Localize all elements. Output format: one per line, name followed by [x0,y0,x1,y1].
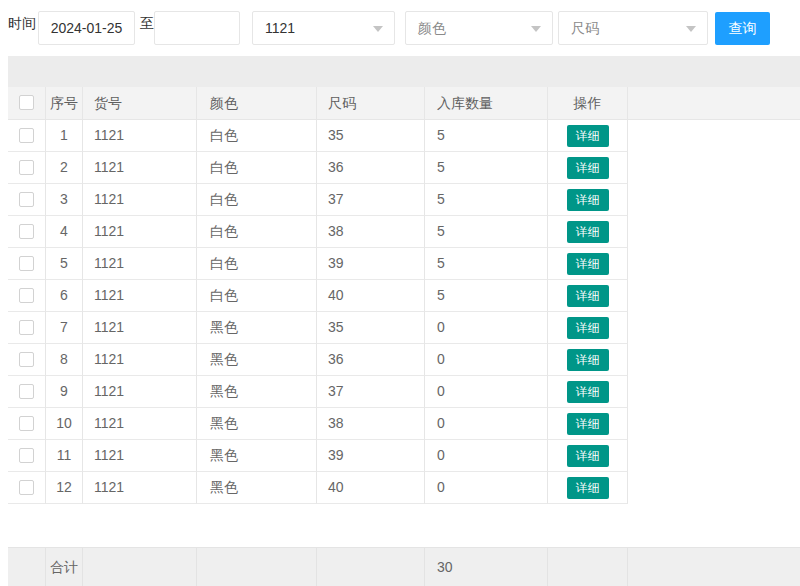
table-row: 1 1121 白色 35 5 详细 [8,120,800,152]
row-item-no: 1121 [83,312,197,344]
header-filler [628,87,800,119]
detail-button[interactable]: 详细 [567,285,609,307]
toolbar-band [8,56,800,87]
row-size: 38 [317,216,425,248]
row-item-no: 1121 [83,280,197,312]
row-color: 白色 [197,152,317,184]
row-color: 黑色 [197,408,317,440]
row-index: 6 [46,280,83,312]
date-from-input[interactable] [38,11,135,45]
column-header-color: 颜色 [197,87,317,119]
row-size: 38 [317,408,425,440]
row-size: 40 [317,280,425,312]
row-color: 黑色 [197,312,317,344]
row-qty: 0 [425,344,548,376]
row-index: 5 [46,248,83,280]
query-button[interactable]: 查询 [715,12,770,45]
row-size: 40 [317,472,425,504]
size-select[interactable]: 尺码 [558,11,708,45]
detail-button[interactable]: 详细 [567,381,609,403]
header-cell-checkbox [8,87,46,119]
detail-button[interactable]: 详细 [567,221,609,243]
row-qty: 5 [425,216,548,248]
row-checkbox[interactable] [19,224,34,239]
chevron-down-icon [373,26,383,32]
detail-button[interactable]: 详细 [567,349,609,371]
row-checkbox[interactable] [19,480,34,495]
table-row: 9 1121 黑色 37 0 详细 [8,376,800,408]
row-qty: 0 [425,312,548,344]
row-checkbox[interactable] [19,416,34,431]
select-all-checkbox[interactable] [19,95,34,110]
row-qty: 5 [425,120,548,152]
row-size: 39 [317,248,425,280]
time-label: 时间 [8,15,36,33]
size-select-placeholder: 尺码 [571,20,599,36]
row-checkbox[interactable] [19,448,34,463]
row-color: 黑色 [197,376,317,408]
column-header-action: 操作 [548,87,628,119]
total-qty: 30 [425,548,548,586]
row-qty: 5 [425,184,548,216]
row-index: 11 [46,440,83,472]
row-color: 白色 [197,248,317,280]
row-color: 黑色 [197,344,317,376]
total-label: 合计 [46,548,83,586]
row-qty: 5 [425,280,548,312]
table-row: 7 1121 黑色 35 0 详细 [8,312,800,344]
row-checkbox[interactable] [19,384,34,399]
item-no-select[interactable]: 1121 [252,11,395,45]
table-row: 8 1121 黑色 36 0 详细 [8,344,800,376]
row-size: 36 [317,344,425,376]
row-item-no: 1121 [83,344,197,376]
table-row: 5 1121 白色 39 5 详细 [8,248,800,280]
table-body: 1 1121 白色 35 5 详细 2 1121 白色 36 5 详细 3 11… [8,120,800,504]
row-index: 9 [46,376,83,408]
row-item-no: 1121 [83,408,197,440]
row-index: 1 [46,120,83,152]
row-qty: 5 [425,152,548,184]
table-footer-total-row: 合计 30 [8,547,800,586]
row-item-no: 1121 [83,216,197,248]
row-qty: 0 [425,440,548,472]
row-checkbox[interactable] [19,256,34,271]
detail-button[interactable]: 详细 [567,189,609,211]
color-select[interactable]: 颜色 [405,11,553,45]
detail-button[interactable]: 详细 [567,445,609,467]
item-no-select-value: 1121 [265,20,295,36]
row-color: 白色 [197,184,317,216]
row-item-no: 1121 [83,248,197,280]
row-checkbox[interactable] [19,128,34,143]
row-index: 4 [46,216,83,248]
row-size: 35 [317,312,425,344]
table-panel: 序号 货号 颜色 尺码 入库数量 操作 1 1121 白色 35 5 详细 2 … [8,56,800,586]
detail-button[interactable]: 详细 [567,317,609,339]
row-item-no: 1121 [83,472,197,504]
detail-button[interactable]: 详细 [567,413,609,435]
row-checkbox[interactable] [19,192,34,207]
row-checkbox[interactable] [19,352,34,367]
detail-button[interactable]: 详细 [567,477,609,499]
column-header-qty: 入库数量 [425,87,548,119]
table-row: 6 1121 白色 40 5 详细 [8,280,800,312]
detail-button[interactable]: 详细 [567,157,609,179]
table-row: 11 1121 黑色 39 0 详细 [8,440,800,472]
row-item-no: 1121 [83,120,197,152]
detail-button[interactable]: 详细 [567,125,609,147]
table-row: 4 1121 白色 38 5 详细 [8,216,800,248]
row-checkbox[interactable] [19,288,34,303]
row-checkbox[interactable] [19,320,34,335]
detail-button[interactable]: 详细 [567,253,609,275]
column-header-size: 尺码 [317,87,425,119]
row-item-no: 1121 [83,440,197,472]
row-item-no: 1121 [83,376,197,408]
date-to-input[interactable] [154,11,240,45]
chevron-down-icon [686,26,696,32]
row-qty: 0 [425,408,548,440]
footer-cell-checkbox [8,548,46,586]
row-checkbox[interactable] [19,160,34,175]
row-qty: 5 [425,248,548,280]
row-size: 36 [317,152,425,184]
table-header: 序号 货号 颜色 尺码 入库数量 操作 [8,87,800,120]
column-header-item-no: 货号 [83,87,197,119]
